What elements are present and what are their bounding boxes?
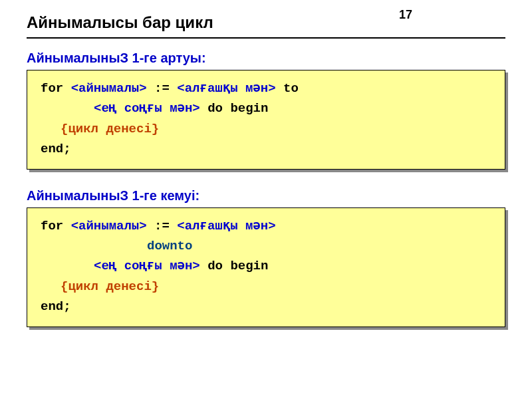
code-variable: <айнымалы> (71, 81, 147, 96)
code-line: <ең соңғы мән> do begin (41, 98, 491, 118)
keyword-for: for (41, 219, 63, 233)
page-title: Айнымалысы бар цикл (27, 13, 505, 32)
code-end-value: <ең соңғы мән> (94, 101, 200, 116)
code-body: {цикл денесі} (61, 122, 159, 136)
code-line: {цикл денесі} (41, 119, 491, 139)
code-line: {цикл денесі} (41, 277, 491, 297)
code-line: for <айнымалы> := <алғашқы мән> to (41, 78, 491, 98)
keyword-for: for (41, 81, 63, 96)
code-block-2: for <айнымалы> := <алғашқы мән> downto <… (27, 207, 505, 327)
code-init-value: <алғашқы мән> (177, 81, 275, 96)
title-divider (27, 37, 505, 39)
code-end-value: <ең соңғы мән> (94, 259, 200, 273)
code-block-1: for <айнымалы> := <алғашқы мән> to <ең с… (27, 70, 505, 170)
operator-assign: := (154, 81, 170, 96)
keyword-do-begin: do begin (207, 101, 268, 116)
code-init-value: <алғашқы мән> (177, 219, 275, 233)
keyword-to: to (283, 81, 299, 96)
keyword-end: end; (41, 142, 71, 156)
code-body: {цикл денесі} (61, 279, 159, 294)
code-line: for <айнымалы> := <алғашқы мән> (41, 216, 491, 236)
operator-assign: := (154, 219, 170, 233)
keyword-downto: downto (147, 239, 192, 253)
code-line: <ең соңғы мән> do begin (41, 256, 491, 276)
code-line: downto (41, 236, 491, 256)
keyword-do-begin: do begin (207, 259, 268, 273)
keyword-end: end; (41, 299, 71, 314)
code-line: end; (41, 139, 491, 159)
code-variable: <айнымалы> (71, 219, 147, 233)
section2-heading: АйнымалыныЗ 1-ге кемуі: (27, 188, 505, 203)
section1-heading: АйнымалыныЗ 1-ге артуы: (27, 51, 505, 66)
page-number: 17 (399, 8, 412, 22)
code-line: end; (41, 297, 491, 317)
